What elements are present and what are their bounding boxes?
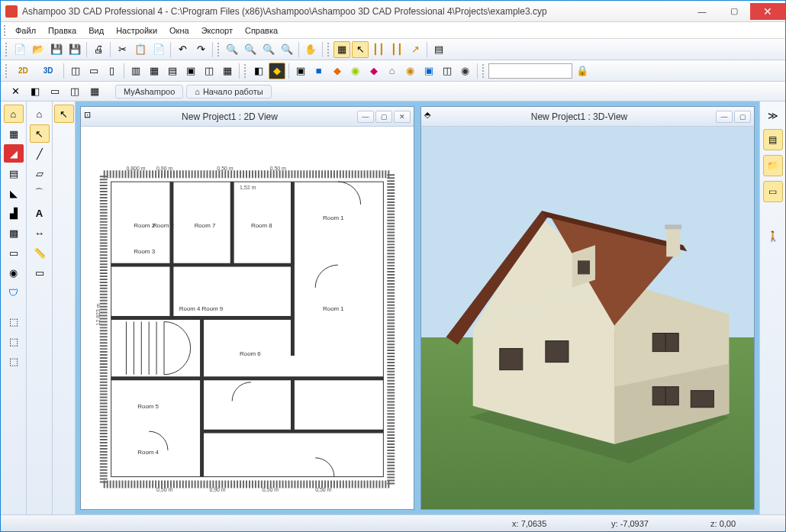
zoom-window-button[interactable]: 🔍 (279, 41, 295, 58)
toolbar-handle-2[interactable] (217, 43, 221, 56)
tool-wall[interactable]: ⌂ (4, 105, 24, 123)
tool-e[interactable]: ▦ (86, 83, 103, 100)
mode-2d-button[interactable]: 2D (11, 63, 35, 79)
dock-tab-catalog[interactable]: ▤ (763, 129, 783, 150)
mode-3d-button[interactable]: 3D (37, 63, 60, 79)
dock-tab-folder[interactable]: 📁 (763, 155, 783, 176)
tool-text[interactable]: A (30, 204, 50, 222)
tool-furn[interactable]: ▭ (4, 243, 24, 262)
tool-light[interactable]: ◉ (4, 263, 24, 282)
menu-windows[interactable]: Окна (164, 24, 195, 37)
panel-2d-min[interactable]: — (357, 111, 374, 123)
panel-3d-min[interactable]: — (716, 111, 733, 123)
tool-c[interactable]: ▭ (47, 83, 63, 100)
layer-combo[interactable] (488, 63, 572, 79)
tool-floor[interactable]: ▤ (4, 164, 24, 182)
tool-d[interactable]: ◫ (66, 83, 83, 100)
tool-iso3[interactable]: ⬚ (4, 352, 24, 370)
dock-tab-properties[interactable]: ▭ (763, 181, 783, 202)
toolbar-handle-4[interactable] (5, 64, 8, 78)
tool-dim[interactable]: ↔ (30, 224, 50, 242)
tab-myashampoo[interactable]: MyAshampoo (115, 85, 183, 98)
grid-button[interactable]: ▦ (333, 41, 350, 58)
subtool-1[interactable]: ↖ (54, 105, 74, 123)
tool-curved[interactable]: ⌒ (30, 184, 50, 202)
paste-button[interactable]: 📄 (150, 41, 167, 58)
view-front-button[interactable]: ▭ (85, 63, 102, 79)
menu-edit[interactable]: Правка (43, 24, 82, 37)
layout2-button[interactable]: ▦ (146, 63, 163, 79)
dock-person-icon[interactable]: 🚶 (763, 227, 783, 245)
copy-button[interactable]: 📋 (132, 41, 149, 58)
obj4-button[interactable]: ◉ (347, 63, 364, 79)
tool-texture[interactable]: ▩ (4, 224, 24, 242)
layout5-button[interactable]: ◫ (201, 63, 217, 79)
tool-line[interactable]: ╱ (30, 144, 50, 163)
maximize-button[interactable]: ▢ (718, 3, 750, 20)
lock-button[interactable]: 🔒 (574, 63, 591, 79)
open-button[interactable]: 📂 (30, 41, 47, 58)
tool-area[interactable]: ▭ (30, 263, 50, 282)
obj9-button[interactable]: ◫ (439, 63, 456, 79)
obj2-button[interactable]: ■ (311, 63, 327, 79)
tool-iso1[interactable]: ⬚ (4, 312, 24, 330)
obj5-button[interactable]: ◆ (366, 63, 382, 79)
tool-poly[interactable]: ▱ (30, 164, 50, 182)
menu-settings[interactable]: Настройки (111, 24, 163, 37)
zoom-fit-button[interactable]: 🔍 (260, 41, 277, 58)
menu-help[interactable]: Справка (240, 24, 283, 37)
view-3d[interactable] (421, 127, 754, 509)
zoom-in-button[interactable]: 🔍 (224, 41, 240, 58)
tool-shield[interactable]: 🛡 (4, 283, 24, 301)
panel-2d-close[interactable]: ✕ (394, 111, 411, 123)
layout3-button[interactable]: ▤ (164, 63, 181, 79)
tool-house[interactable]: ⌂ (30, 105, 50, 123)
tool-iso2[interactable]: ⬚ (4, 332, 24, 350)
tool-stairs[interactable]: ▟ (4, 204, 24, 222)
cut-button[interactable]: ✂ (114, 41, 130, 58)
obj6-button[interactable]: ⌂ (384, 63, 401, 79)
tool-red[interactable]: ◢ (4, 144, 24, 163)
toolbar-handle-6[interactable] (482, 64, 485, 78)
menu-export[interactable]: Экспорт (196, 24, 238, 37)
guide2-button[interactable]: ┃┃ (388, 41, 405, 58)
obj10-button[interactable]: ◉ (457, 63, 474, 79)
tool-window[interactable]: ▦ (4, 124, 24, 143)
view-top-button[interactable]: ◫ (67, 63, 84, 79)
zoom-out-button[interactable]: 🔍 (242, 41, 259, 58)
minimize-button[interactable]: — (686, 3, 718, 20)
toolbar-handle-5[interactable] (244, 64, 247, 78)
cube-button[interactable]: ◧ (250, 63, 267, 79)
obj7-button[interactable]: ◉ (402, 63, 419, 79)
dock-collapse-icon[interactable]: ≫ (763, 106, 783, 124)
toolbar-handle-3[interactable] (327, 43, 330, 56)
layout6-button[interactable]: ▦ (219, 63, 236, 79)
tab-getting-started[interactable]: ⌂ Начало работы (186, 85, 271, 98)
print-button[interactable]: 🖨 (90, 41, 107, 58)
tool-measure[interactable]: 📏 (30, 243, 50, 262)
tool-roof[interactable]: ◣ (4, 184, 24, 202)
layout1-button[interactable]: ▥ (127, 63, 144, 79)
select-mode-button[interactable]: ↖ (352, 41, 369, 58)
obj8-button[interactable]: ▣ (420, 63, 437, 79)
toolbar-handle-1[interactable] (5, 43, 8, 56)
save-button[interactable]: 💾 (48, 41, 65, 58)
tool-cursor[interactable]: ↖ (30, 124, 50, 143)
undo-button[interactable]: ↶ (174, 41, 191, 58)
obj3-button[interactable]: ◆ (329, 63, 346, 79)
pan-button[interactable]: ✋ (302, 41, 319, 58)
layer-button[interactable]: ▤ (430, 41, 447, 58)
panel-2d-max[interactable]: ▢ (375, 111, 392, 123)
saveas-button[interactable]: 💾 (66, 41, 83, 58)
view-side-button[interactable]: ▯ (104, 63, 121, 79)
menu-view[interactable]: Вид (83, 24, 109, 37)
menubar-handle[interactable] (4, 25, 7, 36)
obj1-button[interactable]: ▣ (292, 63, 309, 79)
new-button[interactable]: 📄 (11, 41, 28, 58)
menu-file[interactable]: Файл (10, 24, 41, 37)
layout4-button[interactable]: ▣ (182, 63, 199, 79)
tool-a[interactable]: ✕ (7, 83, 24, 100)
panel-3d-max[interactable]: ▢ (734, 111, 751, 123)
redo-button[interactable]: ↷ (192, 41, 209, 58)
snap-button[interactable]: ↗ (407, 41, 424, 58)
